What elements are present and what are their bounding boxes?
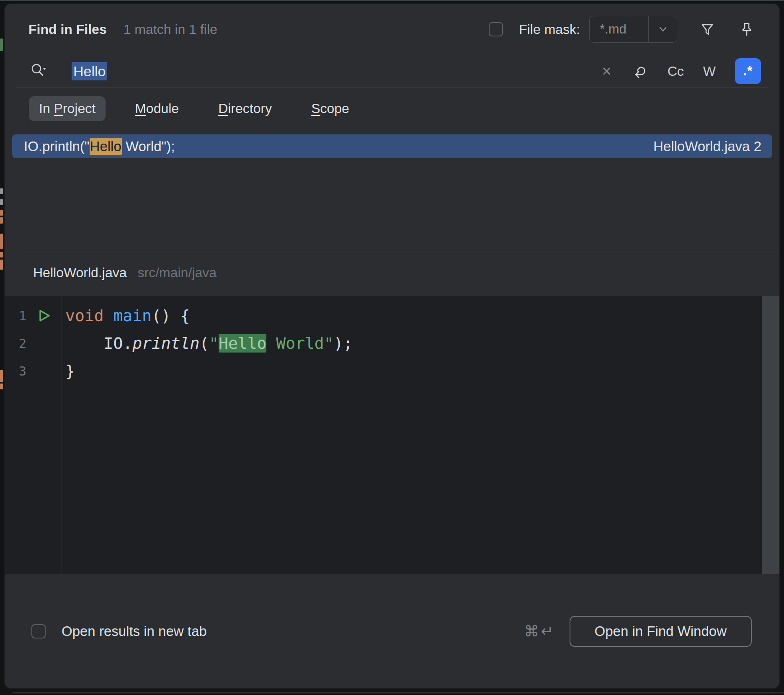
search-row: Hello × Cc W .* [5,55,779,87]
open-in-find-window-label: Open in Find Window [595,623,727,639]
code-token: () { [152,306,190,325]
background-window-bottom-edge [13,692,784,693]
gutter-line: 3 [5,357,62,385]
file-mask-checkbox[interactable] [489,22,503,36]
search-actions: × Cc W .* [602,58,761,84]
file-mask-group: File mask: *.md [489,16,677,43]
background-window-top-edge [0,0,784,1]
preview-file-name: HelloWorld.java [33,265,127,281]
preview-file-path: src/main/java [138,265,217,281]
clear-search-icon[interactable]: × [602,63,611,79]
shortcut-hint: ⌘↵ [524,623,555,640]
code-token: println [132,334,199,353]
edge-mark [0,234,3,249]
filter-icon[interactable] [698,20,717,39]
code-token: main [113,306,152,325]
scope-tab-module[interactable]: Module [125,96,189,121]
file-mask-value: *.md [590,16,648,42]
results-list: IO.println("Hello World");HelloWorld.jav… [5,129,779,249]
result-snippet: IO.println("Hello World"); [24,139,175,154]
edge-mark [0,199,3,205]
code-line[interactable]: } [65,357,779,385]
file-mask-dropdown-button[interactable] [648,16,677,42]
edge-mark [0,188,3,194]
chevron-down-icon [656,22,670,36]
search-input-selected-text: Hello [72,62,107,80]
code-token: void [65,306,113,325]
result-row[interactable]: IO.println("Hello World");HelloWorld.jav… [12,134,772,158]
open-results-checkbox[interactable] [31,624,46,638]
file-mask-combobox[interactable]: *.md [589,16,677,43]
scope-tabs: In ProjectModuleDirectoryScope [5,88,779,129]
code-token: IO. [65,334,132,353]
editor-scrollbar[interactable] [762,296,779,574]
gutter-line: 1 [5,302,62,329]
edge-mark [0,210,3,216]
match-highlight: Hello [90,138,122,155]
match-summary: 1 match in 1 file [124,22,217,37]
line-number: 3 [5,364,26,378]
pin-icon[interactable] [738,20,756,39]
edge-mark [0,370,3,382]
line-number: 1 [5,309,26,323]
preview-editor[interactable]: 123 void main() { IO.println("Hello Worl… [5,296,779,574]
code-line[interactable]: void main() { [65,302,779,329]
code-token: } [65,362,75,380]
find-in-files-dialog: Find in Files 1 match in 1 file File mas… [4,3,780,689]
code-token: ); [334,334,353,353]
preview-header: HelloWorld.java src/main/java [5,249,779,296]
editor-code[interactable]: void main() { IO.println("Hello World");… [62,296,779,574]
editor-match-highlight: Hello [219,334,266,353]
edge-mark [0,384,3,389]
edge-mark [0,217,3,224]
edge-mark [0,260,3,270]
editor-gutter: 123 [5,296,62,574]
page-title: Find in Files [28,22,107,37]
result-file-name: HelloWorld.java 2 [653,139,761,154]
open-results-label: Open results in new tab [62,623,207,639]
regex-toggle[interactable]: .* [735,58,761,84]
code-token: " [324,334,334,353]
code-token: World [266,334,324,353]
code-line[interactable]: IO.println("Hello World"); [65,329,779,357]
code-token: ( [199,334,209,353]
line-number: 2 [5,336,26,351]
gutter-line: 2 [5,329,62,357]
search-icon[interactable] [29,62,48,81]
open-in-find-window-button[interactable]: Open in Find Window [570,616,752,647]
search-input[interactable]: Hello [72,63,107,80]
edge-mark [0,252,3,257]
words-toggle[interactable]: W [703,64,716,79]
scope-tab-directory[interactable]: Directory [208,96,282,121]
code-token: " [209,334,219,353]
dialog-header: Find in Files 1 match in 1 file File mas… [5,4,779,55]
scope-tab-scope[interactable]: Scope [301,96,359,121]
dialog-footer: Open results in new tab ⌘↵ Open in Find … [5,574,779,688]
match-case-toggle[interactable]: Cc [668,64,684,79]
edge-mark [0,39,3,51]
file-mask-label: File mask: [519,22,580,37]
scope-tab-in-project[interactable]: In Project [29,96,106,121]
run-icon[interactable] [26,307,62,324]
insert-newline-icon[interactable] [631,62,648,80]
